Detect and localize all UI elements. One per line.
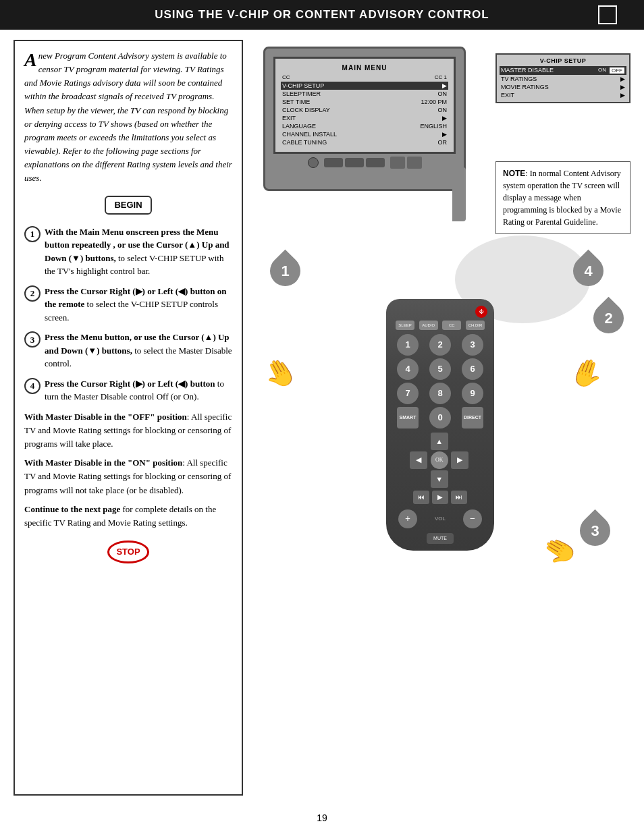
remote-play-btn[interactable]: ▶ [432, 491, 448, 504]
remote-right-btn[interactable]: ▶ [451, 451, 468, 469]
intro-text: Anew Program Content Advisory system is … [24, 49, 232, 185]
remote-btn-5[interactable]: 5 [429, 358, 451, 380]
tv-menu-cable: CABLE TUNING OR [281, 138, 448, 146]
remote-number-grid: 1 2 3 4 5 6 7 8 9 SMART 0 DIRECT [393, 334, 487, 428]
remote-up-btn[interactable]: ▲ [431, 433, 448, 450]
remote-area: 1 4 2 3 ⏻ SLEEP AUDIO CC CH.DIR [250, 236, 630, 586]
vchip-tv-ratings: TV RATINGS ▶ [500, 75, 626, 83]
tv-menu-exit: EXIT ▶ [281, 114, 448, 122]
remote-ff-btn[interactable]: ⏭ [451, 491, 467, 504]
remote-btn-1[interactable]: 1 [397, 334, 419, 356]
tv-menu-title: MAIN MENU [281, 64, 448, 72]
tv-cc-row: CC CC 1 [281, 74, 448, 80]
step-4-bold: Press the Cursor Right (▶) or Left (◀) b… [45, 379, 215, 389]
remote-sleep-btn[interactable]: SLEEP [396, 321, 414, 330]
tv-knob-1[interactable] [308, 157, 319, 168]
remote-power-row: ⏻ [393, 306, 487, 318]
tv-grey-tab [452, 167, 466, 221]
vchip-exit-label: EXIT [501, 92, 514, 99]
step-label-3-text: 3 [591, 522, 599, 540]
step-text-1: With the Main Menu onscreen press the Me… [45, 225, 232, 278]
remote-vol-down-btn[interactable]: − [463, 509, 482, 528]
remote-vol-area: + VOL − [393, 507, 487, 531]
tv-btn-3[interactable] [366, 158, 385, 167]
remote-btn-3[interactable]: 3 [462, 334, 483, 356]
vchip-master-label: MASTER DISABLE [501, 67, 554, 74]
remote-btn-6[interactable]: 6 [462, 358, 483, 380]
tv-bottom-controls [273, 154, 456, 169]
vchip-master-disable: MASTER DISABLE ON OFF [500, 66, 626, 75]
note-box: NOTE: In normal Content Advisory system … [495, 161, 630, 234]
step-label-2-text: 2 [604, 310, 612, 327]
remote-btn-0[interactable]: 0 [429, 407, 451, 428]
on-position-label: With Master Disable in the "ON" position [24, 458, 182, 468]
begin-wrapper: BEGIN [24, 192, 232, 219]
tv-menu-exit-label: EXIT [282, 115, 296, 121]
remote-left-btn[interactable]: ◀ [410, 451, 427, 469]
page-number: 19 [0, 806, 644, 830]
remote-direct-btn[interactable]: DIRECT [462, 407, 483, 428]
continue-label: Continue to the next page [24, 504, 120, 514]
tv-menu-clock-value: ON [438, 107, 448, 113]
off-box: OFF [609, 67, 625, 74]
on-position-section: With Master Disable in the "ON" position… [24, 456, 232, 497]
remote-audio-btn[interactable]: AUDIO [419, 321, 438, 330]
remote-chdir-btn[interactable]: CH.DIR [466, 321, 485, 330]
dpad-empty-bl [410, 470, 427, 488]
tv-menu-sleep: SLEEPTIMER ON [281, 90, 448, 98]
step-label-1: 1 [264, 250, 307, 293]
remote-btn-7[interactable]: 7 [397, 383, 419, 404]
header-box [598, 5, 617, 24]
vchip-movie-ratings: MOVIE RATINGS ▶ [500, 83, 626, 91]
remote-btn-4[interactable]: 4 [397, 358, 419, 380]
vchip-tv-arrow: ▶ [620, 76, 625, 82]
dpad-empty-tl [410, 433, 427, 450]
page-header: Using the V-Chip or Content Advisory Con… [0, 0, 644, 30]
remote-smart-btn[interactable]: SMART [397, 407, 419, 428]
remote-ok-btn[interactable]: OK [431, 451, 448, 469]
tv-menu-vchip-label: V-CHIP SETUP [282, 82, 324, 89]
remote-down-btn[interactable]: ▼ [431, 470, 448, 488]
step-number-4: 4 [24, 378, 41, 394]
tv-icon-2 [407, 157, 422, 169]
remote-btn-8[interactable]: 8 [429, 383, 451, 404]
dpad-empty-br [451, 470, 468, 488]
step-1-bold: With the Main Menu onscreen press the Me… [45, 227, 230, 263]
left-column: Anew Program Content Advisory system is … [14, 40, 243, 796]
tv-btn-2[interactable] [345, 158, 364, 167]
remote-dpad: ▲ ◀ OK ▶ ▼ [410, 433, 471, 488]
hand-bottom-icon: 🤚 [537, 528, 582, 573]
tv-cc-right: CC 1 [435, 74, 447, 80]
step-label-4-text: 4 [584, 262, 592, 280]
tv-outer: MAIN MENU CC CC 1 V-CHIP SETUP ▶ SLEEPTI… [263, 47, 466, 191]
step-3-bold: Press the Menu button, or use the Cursor… [45, 332, 230, 356]
main-content: Anew Program Content Advisory system is … [0, 30, 644, 806]
tv-button-group [324, 158, 385, 167]
tv-mockup: MAIN MENU CC CC 1 V-CHIP SETUP ▶ SLEEPTI… [263, 47, 466, 191]
step-2-bold: Press the Cursor Right (▶) or Left (◀) b… [45, 286, 227, 310]
off-position-section: With Master Disable in the "OFF" positio… [24, 410, 232, 451]
step-text-3: Press the Menu button, or use the Cursor… [45, 331, 232, 370]
remote-vol-up-btn[interactable]: + [398, 509, 417, 528]
remote-cc-btn[interactable]: CC [442, 321, 461, 330]
stop-badge: STOP [107, 541, 149, 563]
step-2: 2 Press the Cursor Right (▶) or Left (◀)… [24, 285, 232, 325]
remote-top-buttons: SLEEP AUDIO CC CH.DIR [393, 321, 487, 330]
remote-mute-btn[interactable]: MUTE [427, 533, 454, 544]
tv-menu-channel: CHANNEL INSTALL ▶ [281, 130, 448, 138]
remote-playback-row: ⏮ ▶ ⏭ [393, 491, 487, 504]
tv-area: MAIN MENU CC CC 1 V-CHIP SETUP ▶ SLEEPTI… [250, 40, 630, 229]
remote-btn-9[interactable]: 9 [462, 383, 483, 404]
drop-cap: A [24, 51, 37, 70]
tv-btn-1[interactable] [324, 158, 343, 167]
tv-menu-language-value: ENGLISH [420, 123, 447, 130]
step-3: 3 Press the Menu button, or use the Curs… [24, 331, 232, 370]
tv-menu-exit-arrow: ▶ [442, 115, 447, 121]
remote-btn-2[interactable]: 2 [429, 334, 451, 356]
remote-rew-btn[interactable]: ⏮ [413, 491, 429, 504]
power-button[interactable]: ⏻ [475, 306, 487, 318]
begin-badge: BEGIN [105, 196, 151, 215]
remote-vol-label: VOL [435, 516, 446, 522]
tv-menu-sleep-value: ON [438, 90, 448, 97]
step-number-1: 1 [24, 226, 41, 242]
